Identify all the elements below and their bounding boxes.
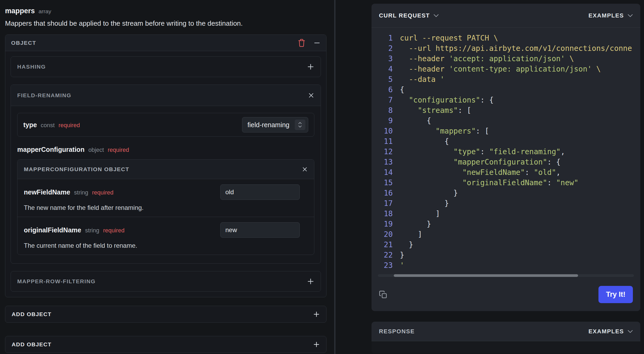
line-number: 20 (372, 229, 393, 240)
code-line: 13 "mapperConfiguration": { (372, 157, 640, 167)
new-field-name-label: newFieldName string required (24, 188, 113, 196)
field-renaming-label: FIELD-RENAMING (17, 92, 71, 99)
copy-code-button[interactable] (379, 290, 387, 299)
line-number: 16 (372, 188, 393, 198)
line-number: 6 (372, 85, 393, 95)
field-renaming-body: type const required field-renaming (11, 106, 321, 263)
add-object-inner-plus-icon (313, 311, 320, 318)
mapper-configuration-header: MAPPERCONFIGURATION OBJECT (17, 160, 314, 179)
code-line: 5 --data ' (372, 74, 640, 85)
line-number: 7 (372, 95, 393, 105)
line-number: 23 (372, 260, 393, 271)
api-reference-page: mappers array Mappers that should be app… (0, 0, 644, 354)
code-pane: CURL REQUEST EXAMPLES 1curl --request PA… (336, 0, 644, 354)
delete-object-button[interactable] (298, 39, 306, 47)
original-field-name-description: The current name of the field to rename. (24, 242, 308, 249)
code-line: 8 "streams": [ (372, 105, 640, 116)
add-object-button-inner[interactable]: ADD OBJECT (5, 306, 327, 323)
param-type-badge: array (39, 8, 51, 15)
line-number: 17 (372, 198, 393, 209)
expand-mapper-row-filtering-button[interactable] (307, 278, 314, 285)
hashing-label: HASHING (17, 64, 46, 70)
param-description: Mappers that should be applied to the st… (5, 19, 327, 28)
type-select[interactable]: field-renaming (242, 117, 308, 132)
object-card-actions (298, 39, 320, 47)
original-field-name-input[interactable] (220, 222, 300, 238)
mapper-configuration-title: MAPPERCONFIGURATION OBJECT (24, 166, 129, 172)
new-field-name-kind: string (74, 189, 88, 196)
mapper-configuration-card: MAPPERCONFIGURATION OBJECT newFieldName (17, 159, 314, 255)
try-it-button[interactable]: Try It! (598, 286, 633, 303)
object-card-body: HASHING FIELD-RENAMING (5, 51, 326, 297)
code-line: 23' (372, 260, 640, 271)
original-field-name-group: originalFieldName string required The cu… (17, 217, 314, 255)
code-block: 1curl --request PATCH \2 --url https://a… (372, 28, 640, 280)
array-item-object-card: OBJECT HASHING (5, 34, 327, 297)
object-card-title: OBJECT (11, 40, 36, 46)
param-title-row: mappers array (5, 7, 327, 15)
examples-dropdown[interactable]: EXAMPLES (588, 12, 633, 19)
code-line: 7 "configurations": { (372, 95, 640, 105)
chevron-down-icon (433, 14, 439, 17)
code-line: 19 } (372, 219, 640, 229)
line-number: 22 (372, 250, 393, 260)
code-line: 9 { (372, 116, 640, 126)
field-renaming-header: FIELD-RENAMING (11, 85, 321, 106)
original-field-name: originalFieldName (24, 226, 81, 234)
response-body (372, 341, 640, 353)
new-field-name-row: newFieldName string required (24, 184, 308, 200)
original-field-name-label: originalFieldName string required (24, 226, 124, 234)
line-number: 12 (372, 147, 393, 157)
original-field-name-kind: string (85, 227, 99, 234)
scrollbar-thumb[interactable] (394, 274, 578, 277)
close-field-renaming-button[interactable] (308, 92, 314, 99)
collapse-object-button[interactable] (314, 39, 320, 46)
line-number: 14 (372, 167, 393, 178)
code-line: 3 --header 'accept: application/json' \ (372, 54, 640, 64)
code-line: 15 "originalFieldName": "new" (372, 178, 640, 188)
param-name: mappers (5, 7, 35, 15)
line-number: 19 (372, 219, 393, 229)
curl-request-dropdown[interactable]: CURL REQUEST (379, 12, 439, 19)
add-object-button-outer[interactable]: ADD OBJECT (5, 336, 327, 353)
mapper-configuration-name: mapperConfiguration (17, 146, 84, 153)
curl-panel-header: CURL REQUEST EXAMPLES (372, 4, 640, 28)
new-field-name-input[interactable] (220, 184, 300, 200)
response-panel-header: RESPONSE EXAMPLES (372, 322, 640, 341)
response-examples-label: EXAMPLES (588, 328, 624, 335)
code-line: 18 ] (372, 209, 640, 219)
response-examples-dropdown[interactable]: EXAMPLES (588, 328, 633, 335)
type-property-label: type const required (23, 121, 80, 129)
mapper-configuration-kind: object (88, 147, 104, 153)
examples-label: EXAMPLES (588, 12, 624, 19)
mapper-row-filtering-label: MAPPER-ROW-FILTERING (17, 278, 96, 285)
type-required-badge: required (59, 122, 80, 129)
type-name: type (23, 121, 37, 129)
select-stepper-icon (295, 120, 305, 130)
close-mapper-configuration-button[interactable] (302, 166, 308, 172)
line-number: 3 (372, 54, 393, 64)
type-select-value: field-renaming (248, 121, 289, 129)
line-number: 8 (372, 105, 393, 116)
code-line: 20 ] (372, 229, 640, 240)
line-number: 13 (372, 157, 393, 167)
new-field-name-group: newFieldName string required The new nam… (17, 179, 314, 217)
new-field-name-description: The new name for the field after renamin… (24, 204, 308, 211)
line-number: 18 (372, 209, 393, 219)
line-number: 10 (372, 126, 393, 136)
line-number: 11 (372, 136, 393, 147)
code-line: 16 } (372, 188, 640, 198)
chevron-down-icon (628, 330, 633, 333)
line-number: 15 (372, 178, 393, 188)
code-horizontal-scrollbar[interactable] (378, 274, 634, 277)
mapper-configuration-required-badge: required (108, 147, 129, 153)
mapper-row-filtering-option[interactable]: MAPPER-ROW-FILTERING (11, 271, 321, 292)
line-number: 21 (372, 240, 393, 250)
code-line: 21 } (372, 240, 640, 250)
chevron-down-icon (628, 14, 633, 17)
add-object-outer-plus-icon (313, 341, 320, 348)
curl-panel-footer: Try It! (372, 280, 640, 311)
hashing-option[interactable]: HASHING (11, 56, 321, 77)
expand-hashing-button[interactable] (307, 63, 314, 70)
line-number: 5 (372, 74, 393, 85)
